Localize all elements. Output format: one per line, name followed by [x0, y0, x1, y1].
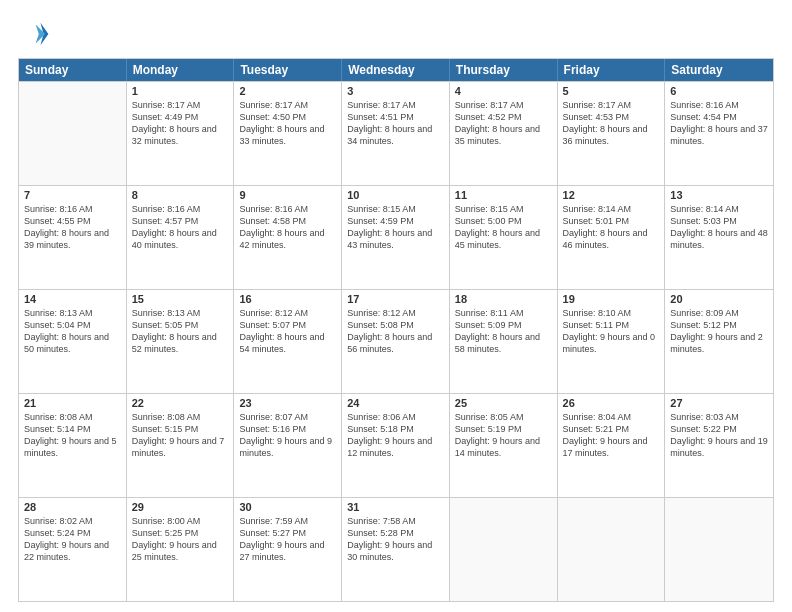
- cell-text: Sunrise: 7:58 AMSunset: 5:28 PMDaylight:…: [347, 515, 444, 564]
- day-number: 30: [239, 501, 336, 513]
- cell-text: Sunrise: 8:10 AMSunset: 5:11 PMDaylight:…: [563, 307, 660, 356]
- calendar-cell: 3Sunrise: 8:17 AMSunset: 4:51 PMDaylight…: [342, 82, 450, 185]
- calendar-cell: 31Sunrise: 7:58 AMSunset: 5:28 PMDayligh…: [342, 498, 450, 601]
- day-number: 12: [563, 189, 660, 201]
- day-number: 22: [132, 397, 229, 409]
- cell-text: Sunrise: 8:08 AMSunset: 5:14 PMDaylight:…: [24, 411, 121, 460]
- cell-text: Sunrise: 8:14 AMSunset: 5:01 PMDaylight:…: [563, 203, 660, 252]
- cell-text: Sunrise: 8:02 AMSunset: 5:24 PMDaylight:…: [24, 515, 121, 564]
- header-cell-friday: Friday: [558, 59, 666, 81]
- day-number: 7: [24, 189, 121, 201]
- calendar-cell: 19Sunrise: 8:10 AMSunset: 5:11 PMDayligh…: [558, 290, 666, 393]
- calendar-cell: 10Sunrise: 8:15 AMSunset: 4:59 PMDayligh…: [342, 186, 450, 289]
- calendar-body: 1Sunrise: 8:17 AMSunset: 4:49 PMDaylight…: [19, 81, 773, 601]
- calendar-cell: 16Sunrise: 8:12 AMSunset: 5:07 PMDayligh…: [234, 290, 342, 393]
- cell-text: Sunrise: 8:17 AMSunset: 4:52 PMDaylight:…: [455, 99, 552, 148]
- calendar: SundayMondayTuesdayWednesdayThursdayFrid…: [18, 58, 774, 602]
- day-number: 19: [563, 293, 660, 305]
- calendar-cell: 12Sunrise: 8:14 AMSunset: 5:01 PMDayligh…: [558, 186, 666, 289]
- day-number: 24: [347, 397, 444, 409]
- cell-text: Sunrise: 7:59 AMSunset: 5:27 PMDaylight:…: [239, 515, 336, 564]
- cell-text: Sunrise: 8:07 AMSunset: 5:16 PMDaylight:…: [239, 411, 336, 460]
- day-number: 13: [670, 189, 768, 201]
- cell-text: Sunrise: 8:16 AMSunset: 4:58 PMDaylight:…: [239, 203, 336, 252]
- day-number: 14: [24, 293, 121, 305]
- day-number: 8: [132, 189, 229, 201]
- calendar-cell: 23Sunrise: 8:07 AMSunset: 5:16 PMDayligh…: [234, 394, 342, 497]
- calendar-cell: [558, 498, 666, 601]
- calendar-row-2: 14Sunrise: 8:13 AMSunset: 5:04 PMDayligh…: [19, 289, 773, 393]
- calendar-cell: 9Sunrise: 8:16 AMSunset: 4:58 PMDaylight…: [234, 186, 342, 289]
- calendar-cell: 20Sunrise: 8:09 AMSunset: 5:12 PMDayligh…: [665, 290, 773, 393]
- cell-text: Sunrise: 8:11 AMSunset: 5:09 PMDaylight:…: [455, 307, 552, 356]
- calendar-cell: 6Sunrise: 8:16 AMSunset: 4:54 PMDaylight…: [665, 82, 773, 185]
- calendar-cell: 30Sunrise: 7:59 AMSunset: 5:27 PMDayligh…: [234, 498, 342, 601]
- day-number: 10: [347, 189, 444, 201]
- cell-text: Sunrise: 8:03 AMSunset: 5:22 PMDaylight:…: [670, 411, 768, 460]
- calendar-row-3: 21Sunrise: 8:08 AMSunset: 5:14 PMDayligh…: [19, 393, 773, 497]
- day-number: 4: [455, 85, 552, 97]
- calendar-cell: 28Sunrise: 8:02 AMSunset: 5:24 PMDayligh…: [19, 498, 127, 601]
- day-number: 23: [239, 397, 336, 409]
- cell-text: Sunrise: 8:16 AMSunset: 4:55 PMDaylight:…: [24, 203, 121, 252]
- cell-text: Sunrise: 8:12 AMSunset: 5:07 PMDaylight:…: [239, 307, 336, 356]
- day-number: 11: [455, 189, 552, 201]
- calendar-cell: [450, 498, 558, 601]
- calendar-cell: 24Sunrise: 8:06 AMSunset: 5:18 PMDayligh…: [342, 394, 450, 497]
- day-number: 25: [455, 397, 552, 409]
- calendar-cell: 27Sunrise: 8:03 AMSunset: 5:22 PMDayligh…: [665, 394, 773, 497]
- calendar-cell: 18Sunrise: 8:11 AMSunset: 5:09 PMDayligh…: [450, 290, 558, 393]
- cell-text: Sunrise: 8:06 AMSunset: 5:18 PMDaylight:…: [347, 411, 444, 460]
- day-number: 6: [670, 85, 768, 97]
- cell-text: Sunrise: 8:13 AMSunset: 5:05 PMDaylight:…: [132, 307, 229, 356]
- day-number: 17: [347, 293, 444, 305]
- calendar-cell: 13Sunrise: 8:14 AMSunset: 5:03 PMDayligh…: [665, 186, 773, 289]
- day-number: 9: [239, 189, 336, 201]
- cell-text: Sunrise: 8:17 AMSunset: 4:53 PMDaylight:…: [563, 99, 660, 148]
- day-number: 3: [347, 85, 444, 97]
- calendar-cell: 11Sunrise: 8:15 AMSunset: 5:00 PMDayligh…: [450, 186, 558, 289]
- calendar-cell: 17Sunrise: 8:12 AMSunset: 5:08 PMDayligh…: [342, 290, 450, 393]
- calendar-row-0: 1Sunrise: 8:17 AMSunset: 4:49 PMDaylight…: [19, 81, 773, 185]
- cell-text: Sunrise: 8:09 AMSunset: 5:12 PMDaylight:…: [670, 307, 768, 356]
- day-number: 2: [239, 85, 336, 97]
- calendar-cell: 26Sunrise: 8:04 AMSunset: 5:21 PMDayligh…: [558, 394, 666, 497]
- header-cell-monday: Monday: [127, 59, 235, 81]
- day-number: 18: [455, 293, 552, 305]
- calendar-cell: [665, 498, 773, 601]
- calendar-cell: 2Sunrise: 8:17 AMSunset: 4:50 PMDaylight…: [234, 82, 342, 185]
- day-number: 1: [132, 85, 229, 97]
- header-cell-thursday: Thursday: [450, 59, 558, 81]
- calendar-row-4: 28Sunrise: 8:02 AMSunset: 5:24 PMDayligh…: [19, 497, 773, 601]
- day-number: 21: [24, 397, 121, 409]
- calendar-cell: 14Sunrise: 8:13 AMSunset: 5:04 PMDayligh…: [19, 290, 127, 393]
- calendar-row-1: 7Sunrise: 8:16 AMSunset: 4:55 PMDaylight…: [19, 185, 773, 289]
- day-number: 26: [563, 397, 660, 409]
- day-number: 29: [132, 501, 229, 513]
- header-cell-tuesday: Tuesday: [234, 59, 342, 81]
- calendar-cell: 25Sunrise: 8:05 AMSunset: 5:19 PMDayligh…: [450, 394, 558, 497]
- calendar-cell: 4Sunrise: 8:17 AMSunset: 4:52 PMDaylight…: [450, 82, 558, 185]
- day-number: 31: [347, 501, 444, 513]
- day-number: 27: [670, 397, 768, 409]
- cell-text: Sunrise: 8:05 AMSunset: 5:19 PMDaylight:…: [455, 411, 552, 460]
- calendar-header: SundayMondayTuesdayWednesdayThursdayFrid…: [19, 59, 773, 81]
- logo: [18, 18, 54, 50]
- cell-text: Sunrise: 8:00 AMSunset: 5:25 PMDaylight:…: [132, 515, 229, 564]
- cell-text: Sunrise: 8:17 AMSunset: 4:49 PMDaylight:…: [132, 99, 229, 148]
- day-number: 28: [24, 501, 121, 513]
- calendar-cell: 29Sunrise: 8:00 AMSunset: 5:25 PMDayligh…: [127, 498, 235, 601]
- logo-icon: [18, 18, 50, 50]
- page-header: [18, 18, 774, 50]
- day-number: 20: [670, 293, 768, 305]
- cell-text: Sunrise: 8:17 AMSunset: 4:51 PMDaylight:…: [347, 99, 444, 148]
- calendar-cell: 5Sunrise: 8:17 AMSunset: 4:53 PMDaylight…: [558, 82, 666, 185]
- day-number: 15: [132, 293, 229, 305]
- header-cell-sunday: Sunday: [19, 59, 127, 81]
- cell-text: Sunrise: 8:04 AMSunset: 5:21 PMDaylight:…: [563, 411, 660, 460]
- header-cell-wednesday: Wednesday: [342, 59, 450, 81]
- calendar-cell: 15Sunrise: 8:13 AMSunset: 5:05 PMDayligh…: [127, 290, 235, 393]
- calendar-cell: 22Sunrise: 8:08 AMSunset: 5:15 PMDayligh…: [127, 394, 235, 497]
- calendar-cell: 7Sunrise: 8:16 AMSunset: 4:55 PMDaylight…: [19, 186, 127, 289]
- cell-text: Sunrise: 8:14 AMSunset: 5:03 PMDaylight:…: [670, 203, 768, 252]
